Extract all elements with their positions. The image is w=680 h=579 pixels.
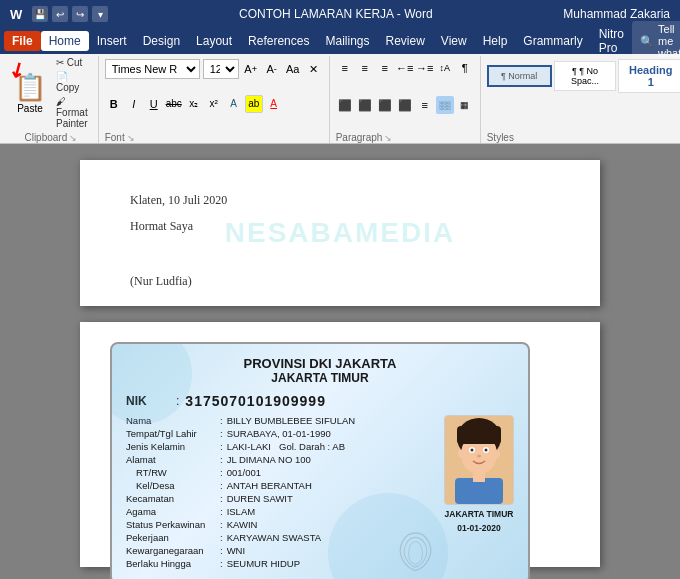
menu-nitro[interactable]: Nitro Pro <box>591 24 632 58</box>
font-color-button[interactable]: A <box>265 95 283 113</box>
menu-view[interactable]: View <box>433 31 475 51</box>
ktp-nik-value: 3175070101909999 <box>185 393 326 409</box>
menu-home[interactable]: Home <box>41 31 89 51</box>
decrease-indent-button[interactable]: ←≡ <box>396 59 414 77</box>
ktp-header: PROVINSI DKI JAKARTA JAKARTA TIMUR <box>126 356 514 385</box>
numbering-button[interactable]: ≡ <box>356 59 374 77</box>
italic-button[interactable]: I <box>125 95 143 113</box>
user-name: Muhammad Zakaria <box>563 7 670 21</box>
text-effects-button[interactable]: A <box>225 95 243 113</box>
ktp-photo <box>444 415 514 505</box>
justify-button[interactable]: ⬛ <box>396 96 414 114</box>
show-marks-button[interactable]: ¶ <box>456 59 474 77</box>
style-normal-label: ¶ Normal <box>497 71 542 81</box>
title-bar-left: W 💾 ↩ ↪ ▾ <box>10 6 108 22</box>
underline-button[interactable]: U <box>145 95 163 113</box>
font-section: Times New R 12 A+ A- Aa ✕ B I U abc x₂ x… <box>99 56 330 143</box>
tell-me-search[interactable]: 🔍 Tell me what <box>632 21 680 61</box>
highlight-color-button[interactable]: ab <box>245 95 263 113</box>
ktp-row-alamat: Alamat : JL DIMANA NO 100 <box>126 454 434 465</box>
style-normal[interactable]: ¶ Normal <box>487 65 552 87</box>
ktp-photo-area: JAKARTA TIMUR 01-01-2020 <box>444 415 514 571</box>
quick-access-toolbar: 💾 ↩ ↪ ▾ <box>32 6 108 22</box>
svg-rect-3 <box>457 426 501 444</box>
page-letter: NESABAMEDIA Klaten, 10 Juli 2020 Hormat … <box>80 160 600 306</box>
document-area: NESABAMEDIA Klaten, 10 Juli 2020 Hormat … <box>0 144 680 579</box>
ribbon: 📋 Paste ✂ Cut 📄 Copy 🖌 Format Painter Cl… <box>0 54 680 144</box>
letter-date: Klaten, 10 Juli 2020 <box>130 190 550 212</box>
menu-layout[interactable]: Layout <box>188 31 240 51</box>
menu-grammarly[interactable]: Grammarly <box>515 31 590 51</box>
letter-signature: (Nur Ludfia) <box>130 271 550 293</box>
change-case-button[interactable]: Aa <box>284 60 302 78</box>
superscript-button[interactable]: x² <box>205 95 223 113</box>
align-left-button[interactable]: ⬛ <box>336 96 354 114</box>
clipboard-expand-icon[interactable]: ↘ <box>69 133 77 143</box>
menu-mailings[interactable]: Mailings <box>317 31 377 51</box>
ktp-row-jk: Jenis Kelamin : LAKI-LAKI Gol. Darah : A… <box>126 441 434 452</box>
redo-icon[interactable]: ↪ <box>72 6 88 22</box>
style-no-spacing[interactable]: ¶ ¶ No Spac... <box>554 61 617 91</box>
save-icon[interactable]: 💾 <box>32 6 48 22</box>
center-button[interactable]: ⬛ <box>356 96 374 114</box>
font-size-select[interactable]: 12 <box>203 59 239 79</box>
menu-review[interactable]: Review <box>377 31 432 51</box>
svg-point-10 <box>494 450 500 458</box>
menu-help[interactable]: Help <box>475 31 516 51</box>
ktp-row-kecamatan: Kecamatan : DUREN SAWIT <box>126 493 434 504</box>
subscript-button[interactable]: x₂ <box>185 95 203 113</box>
menu-file[interactable]: File <box>4 31 41 51</box>
cut-button[interactable]: ✂ Cut <box>52 56 92 69</box>
copy-button[interactable]: 📄 Copy <box>52 70 92 94</box>
ktp-row-berlaku: Berlaku Hingga : SEUMUR HIDUP <box>126 558 434 569</box>
svg-point-7 <box>485 449 488 452</box>
shading-button[interactable]: ░░ <box>436 96 454 114</box>
menu-references[interactable]: References <box>240 31 317 51</box>
ktp-body: Nama : BILLY BUMBLEBEE SIFULAN Tempat/Tg… <box>126 415 514 571</box>
svg-point-6 <box>471 449 474 452</box>
sort-button[interactable]: ↕A <box>436 59 454 77</box>
font-expand-icon[interactable]: ↘ <box>127 133 135 143</box>
multilevel-button[interactable]: ≡ <box>376 59 394 77</box>
ktp-city: JAKARTA TIMUR <box>126 371 514 385</box>
clear-formatting-button[interactable]: ✕ <box>305 60 323 78</box>
page-ktp: PROVINSI DKI JAKARTA JAKARTA TIMUR NIK :… <box>80 322 600 567</box>
ktp-info: Nama : BILLY BUMBLEBEE SIFULAN Tempat/Tg… <box>126 415 434 571</box>
menu-insert[interactable]: Insert <box>89 31 135 51</box>
format-painter-button[interactable]: 🖌 Format Painter <box>52 95 92 130</box>
increase-indent-button[interactable]: →≡ <box>416 59 434 77</box>
line-spacing-button[interactable]: ≡ <box>416 96 434 114</box>
search-icon: 🔍 <box>640 35 654 48</box>
styles-section: ¶ Normal ¶ ¶ No Spac... Heading 1 ▾ Styl… <box>481 56 680 143</box>
svg-point-9 <box>458 450 464 458</box>
menu-design[interactable]: Design <box>135 31 188 51</box>
ktp-nik-row: NIK : 3175070101909999 <box>126 393 514 409</box>
font-shrink-button[interactable]: A- <box>263 60 281 78</box>
ktp-photo-caption1: JAKARTA TIMUR <box>445 509 514 519</box>
svg-point-8 <box>477 455 481 458</box>
letter-content: Klaten, 10 Juli 2020 Hormat Saya (Nur Lu… <box>130 190 550 292</box>
font-grow-button[interactable]: A+ <box>242 60 260 78</box>
ktp-row-keldesa: Kel/Desa : ANTAH BERANTAH <box>126 480 434 491</box>
paragraph-section: ≡ ≡ ≡ ←≡ →≡ ↕A ¶ ⬛ ⬛ ⬛ ⬛ ≡ ░░ ▦ Paragrap… <box>330 56 481 143</box>
customize-icon[interactable]: ▾ <box>92 6 108 22</box>
align-right-button[interactable]: ⬛ <box>376 96 394 114</box>
bold-button[interactable]: B <box>105 95 123 113</box>
strikethrough-button[interactable]: abc <box>165 95 183 113</box>
letter-salutation: Hormat Saya <box>130 216 550 238</box>
font-name-select[interactable]: Times New R <box>105 59 200 79</box>
menu-bar: File Home Insert Design Layout Reference… <box>0 28 680 54</box>
style-no-spacing-label: ¶ ¶ No Spac... <box>561 66 610 86</box>
ktp-province: PROVINSI DKI JAKARTA <box>126 356 514 371</box>
ktp-row-status: Status Perkawinan : KAWIN <box>126 519 434 530</box>
undo-icon[interactable]: ↩ <box>52 6 68 22</box>
ktp-row-agama: Agama : ISLAM <box>126 506 434 517</box>
paragraph-expand-icon[interactable]: ↘ <box>384 133 392 143</box>
bullets-button[interactable]: ≡ <box>336 59 354 77</box>
svg-rect-12 <box>473 472 485 482</box>
ktp-photo-svg <box>445 416 513 504</box>
word-icon: W <box>10 7 22 22</box>
borders-button[interactable]: ▦ <box>456 96 474 114</box>
style-heading1[interactable]: Heading 1 <box>618 59 680 93</box>
ktp-row-ttl: Tempat/Tgl Lahir : SURABAYA, 01-01-1990 <box>126 428 434 439</box>
